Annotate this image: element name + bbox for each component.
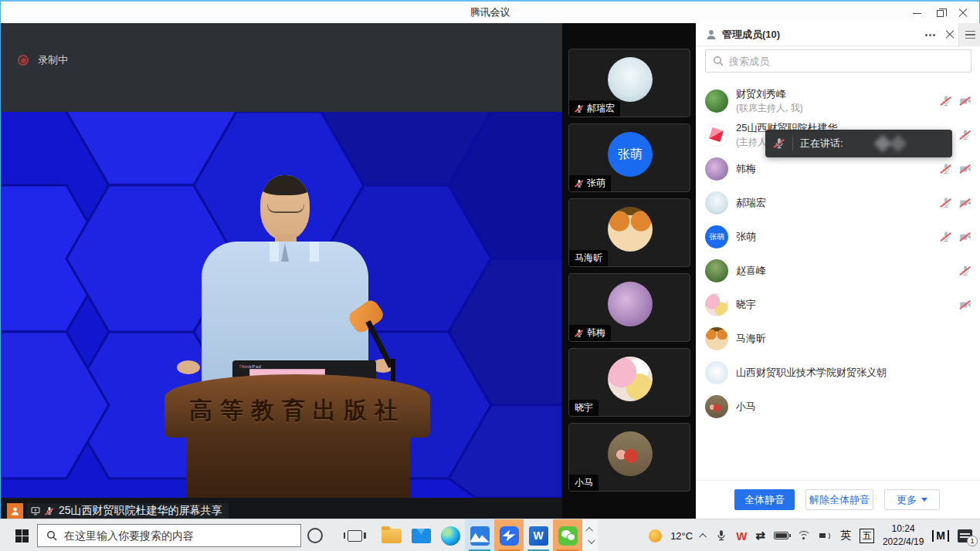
mute-all-button[interactable]: 全体静音: [734, 489, 795, 510]
panel-menu-button[interactable]: [958, 23, 980, 46]
mic-muted-icon[interactable]: [940, 197, 952, 209]
taskbar-clock[interactable]: 10:24 2022/4/19: [883, 522, 924, 549]
member-row[interactable]: 张萌 张萌: [696, 220, 980, 254]
avatar: [705, 293, 728, 316]
taskbar-search-input[interactable]: [64, 529, 293, 542]
tray-mic-icon[interactable]: [715, 529, 727, 542]
panel-close-icon[interactable]: [945, 30, 955, 39]
photos-button[interactable]: [465, 519, 494, 551]
camera-muted-icon[interactable]: [959, 163, 972, 175]
unmute-all-button[interactable]: 解除全体静音: [805, 489, 873, 510]
mic-muted-icon: [575, 329, 584, 338]
avatar: 张萌: [705, 225, 728, 248]
tencent-meeting-desktop: 腾讯会议 录制中: [0, 0, 980, 551]
presenter-head: [260, 175, 310, 240]
wps-icon[interactable]: W: [736, 529, 747, 543]
weather-temp[interactable]: 12°C: [670, 530, 693, 542]
member-row[interactable]: 马海昕: [696, 322, 980, 356]
member-row[interactable]: 财贸刘秀峰 (联席主持人, 我): [696, 84, 980, 118]
mic-muted-icon[interactable]: [940, 163, 952, 175]
tile-name: 韩梅: [587, 326, 605, 340]
search-icon: [46, 529, 58, 542]
scroll-down-icon[interactable]: [587, 536, 595, 544]
avatar: [608, 282, 653, 326]
video-tile[interactable]: 小马: [568, 423, 690, 492]
speaking-toast-label: 正在讲话:: [800, 137, 843, 150]
tile-name: 郝瑞宏: [587, 102, 615, 115]
member-search-box[interactable]: [705, 49, 972, 73]
speaking-toast: 正在讲话:: [765, 130, 952, 157]
recording-label: 录制中: [38, 53, 68, 67]
panel-title: 管理成员(10): [722, 28, 780, 42]
mail-button[interactable]: [406, 519, 436, 551]
member-row[interactable]: 山西财贸职业技术学院财贸张义朝: [696, 356, 980, 390]
language-indicator[interactable]: 英: [840, 529, 851, 543]
io-switch-icon[interactable]: ⇄: [755, 529, 765, 543]
camera-muted-icon[interactable]: [959, 197, 972, 209]
word-icon: W: [529, 526, 548, 546]
more-button[interactable]: 更多: [884, 489, 940, 510]
folder-icon: [381, 529, 402, 543]
toast-divider: [792, 137, 793, 150]
volume-icon[interactable]: [819, 530, 832, 541]
mic-muted-icon[interactable]: [940, 95, 952, 107]
video-letterbox-top: 录制中: [1, 23, 562, 112]
podium-sign-text: 高等教育出版社: [189, 395, 405, 427]
maxhub-icon[interactable]: M: [932, 530, 949, 542]
task-view-button[interactable]: [340, 519, 369, 551]
video-tile[interactable]: 晓宇: [568, 348, 690, 417]
member-search-input[interactable]: [729, 56, 965, 67]
mic-muted-icon[interactable]: [959, 265, 972, 277]
meeting-window-body: 录制中: [0, 23, 980, 519]
avatar: [608, 207, 653, 252]
close-button[interactable]: [951, 2, 975, 24]
member-row[interactable]: 小马: [696, 390, 980, 424]
edge-button[interactable]: [436, 519, 465, 551]
minimize-button[interactable]: [905, 2, 928, 24]
shared-screen-video: 录制中: [1, 23, 562, 519]
video-tile[interactable]: 张萌 张萌: [568, 123, 690, 192]
mic-muted-icon[interactable]: [959, 129, 972, 141]
restore-button[interactable]: [928, 2, 951, 24]
camera-muted-icon[interactable]: [959, 299, 972, 311]
video-tile[interactable]: 韩梅: [568, 273, 690, 342]
video-tile[interactable]: 郝瑞宏: [568, 49, 690, 117]
avatar: [608, 357, 653, 401]
mic-muted-icon[interactable]: [940, 231, 952, 243]
member-row[interactable]: 晓宇: [696, 288, 980, 322]
video-tile[interactable]: 马海昕: [568, 198, 690, 267]
taskbar-scroll[interactable]: [582, 519, 598, 551]
mic-muted-icon: [45, 506, 54, 516]
battery-icon[interactable]: [774, 532, 788, 539]
caret-down-icon: [921, 498, 927, 502]
word-button[interactable]: W: [524, 519, 553, 551]
ime-mode-indicator[interactable]: 五: [860, 529, 874, 543]
wechat-button[interactable]: [553, 519, 582, 551]
member-management-panel: 管理成员(10) 财贸刘秀峰 (联席主持人, 我): [696, 23, 980, 519]
file-explorer-button[interactable]: [377, 519, 406, 551]
camera-muted-icon[interactable]: [959, 231, 972, 243]
member-name: 张萌: [736, 230, 932, 244]
member-row[interactable]: 郝瑞宏: [696, 186, 980, 220]
more-options-icon[interactable]: [925, 33, 938, 36]
camera-muted-icon[interactable]: [959, 95, 972, 107]
recording-indicator: 录制中: [18, 53, 68, 67]
presenter-badge-icon: [7, 503, 23, 519]
clock-date: 2022/4/19: [883, 536, 924, 547]
taskbar-search[interactable]: [37, 524, 301, 547]
member-name: 小马: [736, 400, 972, 414]
member-name: 赵喜峰: [736, 264, 951, 278]
avatar: [705, 395, 728, 418]
cortana-icon[interactable]: [307, 528, 323, 543]
hidden-icons-chevron[interactable]: [699, 532, 707, 540]
start-button[interactable]: [6, 519, 37, 551]
notification-center-icon[interactable]: 1: [958, 529, 972, 543]
avatar: [705, 259, 728, 282]
wifi-icon[interactable]: [797, 531, 811, 541]
weather-sun-icon[interactable]: [649, 529, 662, 543]
mic-muted-icon: [575, 104, 584, 113]
member-row[interactable]: 赵喜峰: [696, 254, 980, 288]
scroll-up-icon[interactable]: [585, 527, 593, 535]
tencent-meeting-button[interactable]: [494, 519, 524, 551]
notification-badge: 1: [967, 536, 978, 546]
